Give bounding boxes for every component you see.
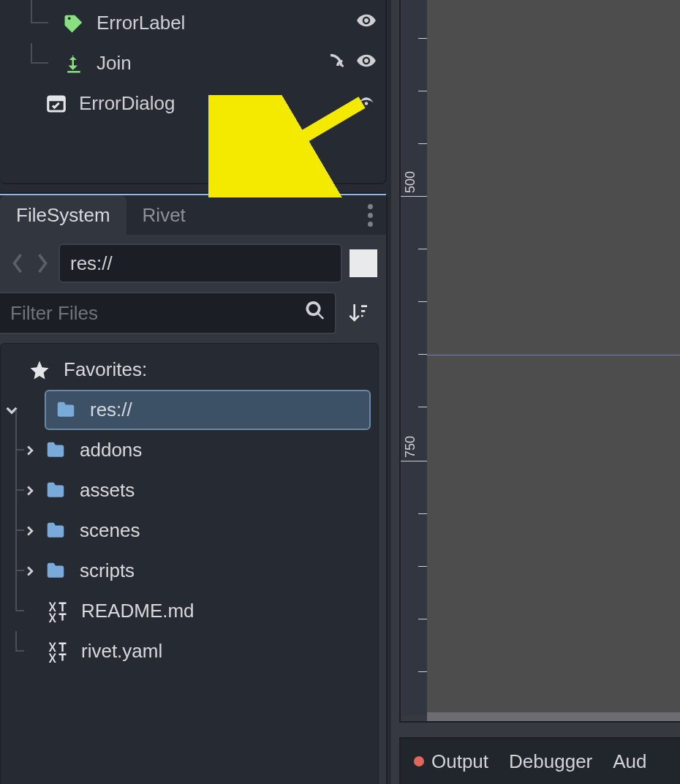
left-docks: ErrorLabel Join	[0, 0, 391, 784]
fs-item-readme[interactable]: README.md	[1, 591, 378, 631]
fs-item-label: res://	[90, 399, 132, 421]
visibility-toggle-icon[interactable]	[356, 50, 377, 76]
favorites-label: Favorites:	[64, 358, 147, 381]
scene-node-join[interactable]: Join	[0, 43, 385, 83]
filesystem-tree: Favorites: res://	[0, 343, 379, 784]
txt-file-icon	[46, 600, 68, 622]
svg-rect-1	[48, 97, 65, 101]
canvas-horizontal-scrollbar[interactable]	[427, 712, 680, 721]
folder-icon	[45, 520, 67, 542]
visibility-toggle-icon[interactable]	[356, 10, 377, 36]
fs-item-scripts[interactable]: scripts	[1, 551, 378, 591]
folder-icon	[45, 440, 67, 461]
folder-icon	[45, 480, 67, 502]
tab-filesystem[interactable]: FileSystem	[0, 195, 126, 235]
vertical-ruler: 500 750	[401, 0, 427, 715]
scene-node-errorlabel[interactable]: ErrorLabel	[0, 3, 385, 43]
fs-item-label: scripts	[80, 559, 135, 582]
dock-menu-icon[interactable]	[355, 195, 386, 235]
canvas-viewport[interactable]: 500 750	[399, 0, 680, 723]
fs-root-res[interactable]: res://	[45, 390, 371, 430]
scene-node-label: Join	[97, 52, 325, 75]
signal-icon[interactable]	[325, 50, 346, 76]
tab-label: Rivet	[143, 204, 186, 227]
path-action-button[interactable]	[350, 249, 377, 277]
fs-item-label: rivet.yaml	[81, 640, 162, 663]
search-icon[interactable]	[304, 300, 326, 327]
fs-item-label: addons	[80, 439, 142, 461]
path-input[interactable]	[58, 244, 342, 283]
bottom-tab-audio[interactable]: Aud	[613, 750, 646, 773]
filter-files-input[interactable]	[0, 292, 336, 334]
bottom-tab-label: Output	[431, 750, 488, 773]
folder-icon	[55, 399, 77, 421]
txt-file-icon	[46, 641, 68, 663]
ruler-value: 500	[403, 171, 418, 193]
sort-icon[interactable]	[344, 298, 373, 328]
scene-node-label: ErrorDialog	[79, 92, 356, 115]
fs-item-label: assets	[80, 479, 135, 502]
filter-row	[0, 292, 386, 343]
scene-node-errordialog[interactable]: ErrorDialog	[0, 83, 385, 124]
fs-item-assets[interactable]: assets	[1, 470, 378, 510]
dialog-icon	[45, 93, 67, 115]
fs-item-rivet-yaml[interactable]: rivet.yaml	[1, 631, 378, 671]
bottom-tab-label: Aud	[613, 750, 646, 773]
bottom-tab-output[interactable]: Output	[414, 750, 488, 773]
bottom-tab-debugger[interactable]: Debugger	[509, 750, 592, 773]
fs-item-label: README.md	[81, 600, 194, 622]
chevron-down-icon[interactable]	[1, 404, 23, 416]
path-row	[0, 244, 386, 292]
scene-tree-dock: ErrorLabel Join	[0, 0, 387, 184]
label-icon	[63, 12, 85, 34]
tab-rivet[interactable]: Rivet	[126, 195, 202, 235]
join-icon	[63, 53, 85, 75]
fs-item-label: scenes	[80, 519, 140, 542]
tab-label: FileSystem	[16, 204, 110, 227]
dock-tab-bar: FileSystem Rivet	[0, 195, 386, 235]
canvas-guide-line	[427, 355, 680, 355]
canvas-area[interactable]	[427, 0, 680, 715]
scene-node-label: ErrorLabel	[97, 12, 356, 34]
nav-back-icon[interactable]	[9, 252, 26, 274]
filesystem-dock: FileSystem Rivet	[0, 192, 388, 784]
bottom-tab-label: Debugger	[509, 750, 592, 773]
star-icon	[29, 359, 50, 381]
nav-forward-icon[interactable]	[34, 252, 51, 274]
status-dot-icon	[414, 756, 424, 766]
ruler-value: 750	[403, 436, 418, 458]
folder-icon	[45, 560, 67, 582]
favorites-row[interactable]: Favorites:	[1, 350, 378, 390]
instance-scene-icon[interactable]	[356, 91, 377, 116]
bottom-panel-tabs: Output Debugger Aud	[399, 737, 680, 784]
fs-item-addons[interactable]: addons	[1, 430, 378, 470]
fs-item-scenes[interactable]: scenes	[1, 510, 378, 551]
